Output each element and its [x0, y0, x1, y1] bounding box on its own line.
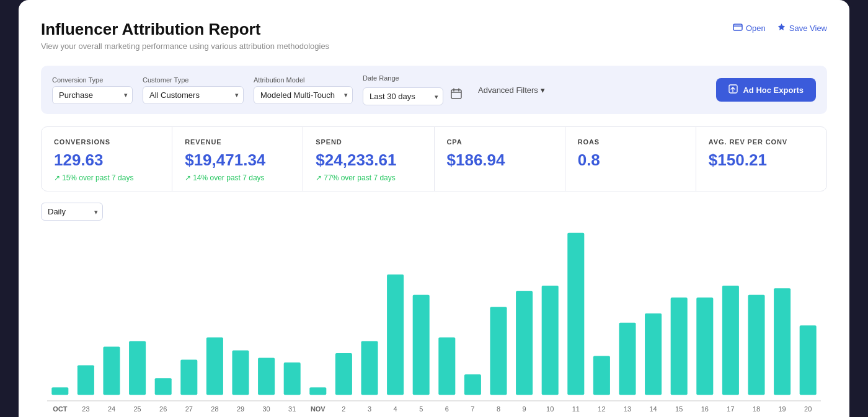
page-subtitle: View your overall marketing performance …: [41, 42, 329, 51]
metric-card-revenue: REVENUE $19,471.34 ↗ 14% over past 7 day…: [172, 127, 303, 191]
metric-value: $150.21: [709, 151, 814, 170]
x-axis-label: 8: [497, 406, 500, 413]
open-icon: [733, 22, 743, 34]
bar: [516, 291, 533, 395]
metric-value: 129.63: [54, 151, 159, 170]
x-axis-label: 18: [753, 406, 760, 413]
x-axis-label: 23: [82, 406, 89, 413]
conversion-type-wrapper: Purchase Sign Up Add to Cart: [52, 86, 133, 104]
date-range-group: Last 7 days Last 30 days Last 90 days Cu…: [363, 84, 466, 105]
bar: [361, 341, 378, 395]
metric-value: $186.94: [447, 151, 552, 170]
x-axis-label: 20: [804, 406, 812, 413]
date-range-label: Date Range: [363, 74, 466, 82]
metric-value: $24,233.61: [316, 151, 421, 170]
open-button[interactable]: Open: [733, 22, 766, 34]
title-section: Influencer Attribution Report View your …: [41, 20, 329, 51]
bar: [671, 297, 688, 395]
svg-rect-0: [733, 24, 742, 30]
calendar-button[interactable]: [447, 84, 466, 105]
x-axis-label: 5: [419, 406, 423, 413]
bar: [180, 359, 197, 395]
page-title: Influencer Attribution Report: [41, 20, 329, 39]
granularity-wrapper: Daily Weekly Monthly: [41, 203, 103, 221]
chart-controls: Daily Weekly Monthly: [41, 203, 827, 221]
metric-card-spend: SPEND $24,233.61 ↗ 77% over past 7 days: [303, 127, 434, 191]
x-axis-label: 9: [523, 406, 526, 413]
attribution-model-label: Attribution Model: [254, 76, 353, 84]
x-axis-label: 7: [471, 406, 474, 413]
bar: [800, 325, 817, 395]
metric-label: CONVERSIONS: [54, 138, 159, 146]
x-axis-label: 14: [649, 406, 657, 413]
customer-type-label: Customer Type: [143, 76, 244, 84]
customer-type-filter: Customer Type All Customers New Customer…: [143, 76, 244, 104]
date-range-select[interactable]: Last 7 days Last 30 days Last 90 days Cu…: [363, 87, 443, 105]
metric-label: SPEND: [316, 138, 421, 146]
x-axis-label: 2: [342, 406, 345, 413]
customer-type-wrapper: All Customers New Customers Returning Cu…: [143, 86, 244, 104]
bar: [258, 358, 275, 395]
x-axis-label: 29: [237, 406, 244, 413]
export-icon: [728, 84, 738, 95]
bar-chart: OCT232425262728293031NOV2345678910111213…: [41, 227, 827, 417]
metric-card-avg--rev-per-conv: AVG. REV PER CONV $150.21: [696, 127, 826, 191]
header-actions: Open Save View: [733, 22, 827, 34]
advanced-filters-button[interactable]: Advanced Filters ▾: [478, 86, 545, 95]
trend-up-icon: ↗: [54, 173, 60, 182]
date-range-wrapper: Last 7 days Last 30 days Last 90 days Cu…: [363, 87, 443, 105]
attribution-model-select[interactable]: Modeled Multi-Touch Last Touch First Tou…: [254, 86, 353, 104]
trend-up-icon: ↗: [316, 173, 322, 182]
x-axis-label: 12: [598, 406, 605, 413]
bar: [774, 288, 790, 395]
save-view-button[interactable]: Save View: [777, 23, 827, 34]
granularity-select[interactable]: Daily Weekly Monthly: [41, 203, 103, 221]
metric-change: ↗ 14% over past 7 days: [185, 173, 290, 182]
metric-value: 0.8: [578, 151, 683, 170]
bar: [438, 338, 455, 395]
bar: [387, 274, 404, 395]
x-axis-label: 3: [368, 406, 371, 413]
main-card: Influencer Attribution Report View your …: [19, 0, 849, 417]
x-axis-label: 10: [546, 406, 554, 413]
metrics-row: CONVERSIONS 129.63 ↗ 15% over past 7 day…: [41, 126, 827, 191]
attribution-model-filter: Attribution Model Modeled Multi-Touch La…: [254, 76, 353, 104]
bar: [619, 323, 636, 395]
metric-label: CPA: [447, 138, 552, 146]
bar: [309, 387, 326, 395]
x-axis-label: 16: [701, 406, 709, 413]
bar: [51, 387, 68, 395]
x-axis-label: 26: [159, 406, 167, 413]
bar: [335, 353, 352, 395]
x-axis-label: 24: [108, 406, 115, 413]
conversion-type-label: Conversion Type: [52, 76, 133, 84]
x-axis-label: 4: [394, 406, 397, 413]
attribution-model-wrapper: Modeled Multi-Touch Last Touch First Tou…: [254, 86, 353, 104]
x-axis-label: 13: [624, 406, 631, 413]
x-axis-label: NOV: [311, 406, 326, 413]
x-axis-label: 11: [572, 406, 580, 413]
metric-card-conversions: CONVERSIONS 129.63 ↗ 15% over past 7 day…: [42, 127, 172, 191]
conversion-type-filter: Conversion Type Purchase Sign Up Add to …: [52, 76, 133, 104]
bar: [103, 347, 120, 395]
bar: [155, 378, 172, 395]
metric-label: AVG. REV PER CONV: [709, 138, 814, 146]
x-axis-label: 27: [185, 406, 193, 413]
ad-hoc-exports-button[interactable]: Ad Hoc Exports: [716, 78, 816, 102]
bar: [722, 286, 739, 395]
conversion-type-select[interactable]: Purchase Sign Up Add to Cart: [52, 86, 133, 104]
metric-card-roas: ROAS 0.8: [565, 127, 696, 191]
bar: [490, 307, 507, 395]
x-axis-label: 19: [778, 406, 786, 413]
metric-card-cpa: CPA $186.94: [435, 127, 565, 191]
bar: [232, 351, 249, 395]
metric-label: ROAS: [578, 138, 683, 146]
star-icon: [777, 23, 786, 34]
bar: [413, 295, 430, 395]
x-axis-label: 17: [727, 406, 734, 413]
filters-bar: Conversion Type Purchase Sign Up Add to …: [41, 66, 827, 114]
customer-type-select[interactable]: All Customers New Customers Returning Cu…: [143, 86, 244, 104]
metric-value: $19,471.34: [185, 151, 290, 170]
bar: [129, 341, 146, 395]
bar: [542, 286, 559, 395]
